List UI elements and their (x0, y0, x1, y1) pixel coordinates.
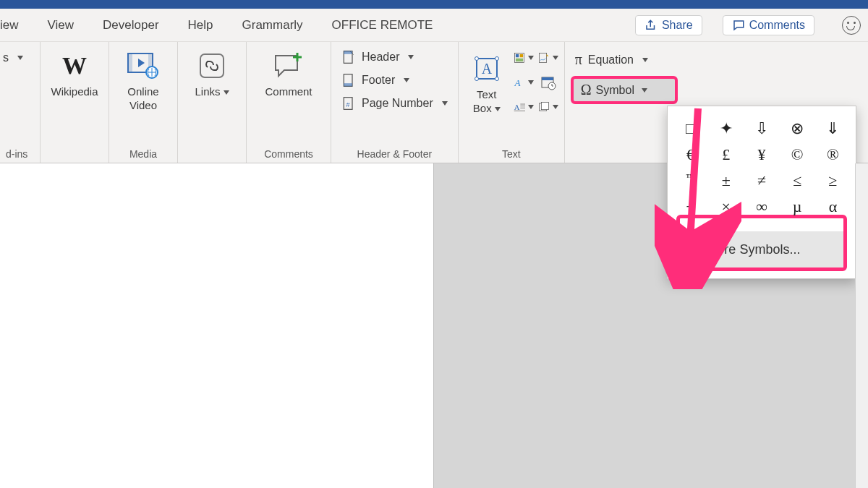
tab-view[interactable]: View (43, 9, 79, 41)
chevron-down-icon (528, 56, 534, 60)
share-button[interactable]: Share (635, 15, 702, 35)
symbol-cell[interactable]: £ (714, 147, 739, 163)
symbol-cell[interactable]: ± (714, 173, 739, 189)
svg-rect-22 (516, 54, 519, 57)
comment-button[interactable]: Comment (252, 46, 325, 99)
chevron-down-icon (404, 78, 409, 82)
chevron-down-icon (528, 105, 534, 109)
object-icon (538, 99, 550, 115)
svg-rect-31 (539, 53, 546, 62)
svg-point-19 (495, 77, 498, 81)
symbol-cell[interactable]: □ (678, 121, 703, 137)
online-video-button[interactable]: Online Video (115, 46, 171, 113)
comments-button[interactable]: Comments (723, 15, 814, 35)
group-links: Links (178, 42, 247, 163)
chevron-down-icon (553, 56, 558, 60)
symbol-cell[interactable]: ¥ (749, 147, 774, 163)
symbol-cell[interactable]: µ (785, 199, 809, 215)
online-video-label: Online Video (127, 85, 158, 113)
symbol-cell[interactable]: € (678, 147, 703, 163)
tab-office-remote[interactable]: OFFICE REMOTE (328, 9, 438, 41)
group-media: Online Video Media (109, 42, 178, 163)
group-label-media: Media (115, 145, 171, 161)
page-number-button[interactable]: # Page Number (337, 94, 452, 113)
equation-button[interactable]: π Equation (571, 49, 678, 70)
symbol-button-highlighted[interactable]: Ω Symbol (571, 76, 678, 104)
date-time-icon (540, 74, 556, 90)
tab-help[interactable]: Help (184, 9, 218, 41)
tab-developer[interactable]: Developer (98, 9, 163, 41)
text-box-icon: A (472, 53, 501, 84)
recent-symbols-grid: □ ✦ ⇩ ⊗ ⇓ € £ ¥ © ® ™ ± ≠ ≤ ≥ ÷ × ∞ µ α (676, 121, 847, 215)
date-time-button[interactable] (538, 74, 558, 91)
group-label-hf: Header & Footer (337, 145, 452, 161)
comments-label: Comments (749, 19, 805, 32)
drop-cap-button[interactable]: A (514, 98, 534, 116)
wordart-icon: A (514, 74, 525, 90)
symbol-cell[interactable]: ⇓ (820, 121, 845, 137)
wikipedia-button[interactable]: W Wikipedia (46, 46, 103, 99)
chevron-down-icon (408, 55, 414, 59)
svg-rect-10 (344, 51, 352, 54)
svg-rect-36 (541, 102, 548, 109)
symbol-cell[interactable]: ⊗ (785, 121, 809, 137)
omega-icon: Ω (686, 240, 697, 259)
svg-rect-5 (200, 54, 224, 77)
header-label: Header (362, 51, 399, 64)
quick-parts-button[interactable] (514, 49, 534, 67)
svg-point-18 (475, 77, 478, 81)
online-video-icon (127, 51, 159, 81)
chevron-down-icon (495, 107, 501, 111)
tab-grammarly[interactable]: Grammarly (238, 9, 307, 41)
share-label: Share (662, 19, 693, 32)
more-symbols-label: More Symbols... (706, 242, 800, 257)
document-canvas[interactable] (0, 163, 434, 488)
link-icon (199, 51, 225, 81)
header-button[interactable]: Header (337, 48, 452, 67)
more-symbols-button[interactable]: Ω More Symbols... (680, 231, 843, 267)
svg-text:A: A (514, 103, 519, 111)
signature-line-button[interactable] (538, 49, 558, 67)
group-label-addins: d-ins (6, 145, 34, 161)
symbol-label: Symbol (596, 84, 634, 97)
symbol-cell[interactable]: ∞ (749, 199, 774, 215)
comment-icon (732, 19, 745, 32)
vertical-scrollbar[interactable] (855, 163, 868, 488)
feedback-smiley-icon[interactable] (842, 16, 861, 35)
symbol-dropdown-panel: □ ✦ ⇩ ⊗ ⇓ € £ ¥ © ® ™ ± ≠ ≤ ≥ ÷ × ∞ µ α … (667, 106, 856, 279)
symbol-cell[interactable]: × (714, 199, 739, 215)
svg-rect-1 (128, 53, 132, 72)
addins-item-partial[interactable]: s (0, 49, 27, 67)
symbol-cell[interactable]: ≠ (749, 173, 774, 189)
header-icon (341, 50, 356, 64)
object-button[interactable] (538, 98, 558, 116)
symbol-cell[interactable]: ⇩ (749, 121, 774, 137)
footer-icon (341, 73, 356, 87)
svg-text:A: A (481, 61, 492, 77)
wikipedia-icon: W (62, 51, 87, 81)
svg-marker-3 (138, 59, 145, 67)
symbol-cell[interactable]: ≤ (785, 173, 809, 189)
group-header-footer: Header Footer # Page Number Header & Foo… (331, 42, 459, 163)
svg-text:A: A (514, 77, 521, 88)
text-box-label: Text Box (473, 88, 497, 114)
symbol-cell[interactable]: α (820, 199, 845, 215)
text-box-button[interactable]: A Text Box (464, 49, 509, 116)
svg-rect-23 (519, 54, 522, 57)
symbol-cell[interactable]: ✦ (714, 121, 739, 137)
symbol-cell[interactable]: ÷ (678, 199, 703, 215)
footer-button[interactable]: Footer (337, 71, 452, 90)
chevron-down-icon (224, 90, 229, 95)
links-label: Links (195, 85, 220, 98)
chevron-down-icon (553, 105, 558, 109)
titlebar (0, 0, 868, 9)
links-button[interactable]: Links (184, 46, 240, 99)
wikipedia-label: Wikipedia (51, 85, 98, 99)
wordart-button[interactable]: A (514, 74, 534, 91)
symbol-cell[interactable]: ® (820, 147, 845, 163)
symbol-cell[interactable]: ™ (678, 173, 703, 189)
symbol-cell[interactable]: © (785, 147, 809, 163)
symbol-cell[interactable]: ≥ (820, 173, 845, 189)
tab-review-partial[interactable]: iew (0, 9, 23, 41)
equation-label: Equation (588, 53, 634, 67)
